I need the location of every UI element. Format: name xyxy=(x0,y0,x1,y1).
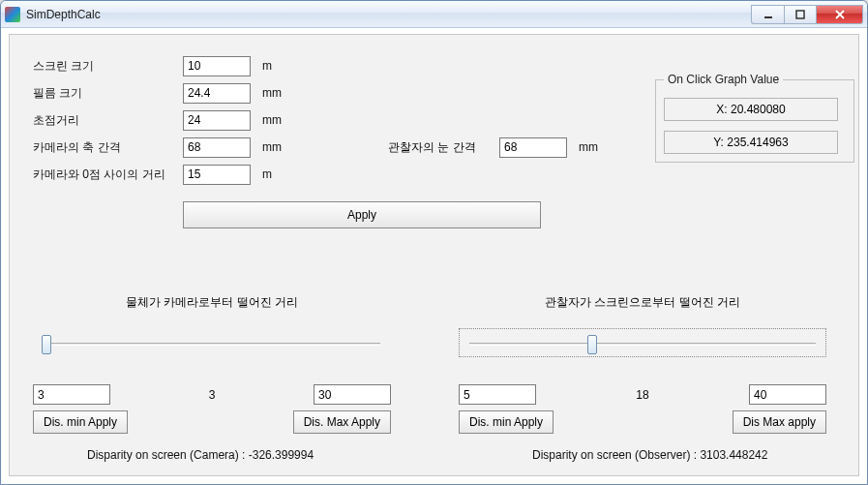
input-observer-max[interactable] xyxy=(749,384,826,405)
unit-mm: mm xyxy=(262,86,282,100)
slider-track-line xyxy=(469,343,816,346)
svg-rect-1 xyxy=(796,11,804,18)
minimize-icon xyxy=(763,10,773,19)
input-camera-max[interactable] xyxy=(314,384,391,405)
unit-m: m xyxy=(262,167,272,181)
titlebar[interactable]: SimDepthCalc xyxy=(1,1,867,28)
input-camera-axis-gap[interactable] xyxy=(183,137,251,158)
slider-thumb[interactable] xyxy=(587,335,597,354)
unit-mm: mm xyxy=(262,140,282,154)
slider-label-observer: 관찰자가 스크린으로부터 떨어진 거리 xyxy=(459,294,826,311)
group-title: On Click Graph Value xyxy=(664,73,783,86)
maximize-icon xyxy=(795,10,805,19)
disparity-observer: Disparity on screen (Observer) : 3103.44… xyxy=(532,448,767,462)
input-camera-min[interactable] xyxy=(33,384,110,405)
close-button[interactable] xyxy=(817,5,863,24)
input-focal-length[interactable] xyxy=(183,110,251,131)
label-film-size: 필름 크기 xyxy=(33,85,183,102)
slider-thumb[interactable] xyxy=(42,335,51,354)
slider-label-camera: 물체가 카메라로부터 떨어진 거리 xyxy=(33,294,391,311)
slider-observer-value: 18 xyxy=(536,388,749,402)
label-observer-eye-gap: 관찰자의 눈 간격 xyxy=(388,139,499,156)
dis-max-apply-camera[interactable]: Dis. Max Apply xyxy=(293,410,391,434)
readout-x: X: 20.480080 xyxy=(664,98,838,121)
apply-button[interactable]: Apply xyxy=(183,201,541,228)
unit-mm: mm xyxy=(262,113,282,127)
svg-rect-0 xyxy=(764,16,772,18)
label-camera-zero-distance: 카메라와 0점 사이의 거리 xyxy=(33,167,183,183)
minimize-button[interactable] xyxy=(751,5,784,24)
window-title: SimDepthCalc xyxy=(26,8,101,21)
unit-m: m xyxy=(262,59,272,73)
slider-camera[interactable] xyxy=(33,328,391,357)
slider-col-observer: 관찰자가 스크린으로부터 떨어진 거리 18 Dis. min Apply Di… xyxy=(459,294,826,434)
slider-observer[interactable] xyxy=(459,328,826,357)
client-area: 스크린 크기 m 필름 크기 mm 초점거리 mm 카메라의 축 간격 mm 관… xyxy=(9,34,859,476)
slider-track-line xyxy=(44,343,380,346)
app-icon xyxy=(5,7,20,22)
input-camera-zero-distance[interactable] xyxy=(183,165,251,185)
input-observer-min[interactable] xyxy=(459,384,536,405)
disparity-camera: Disparity on screen (Camera) : -326.3999… xyxy=(87,448,314,462)
input-screen-size[interactable] xyxy=(183,56,251,76)
input-observer-eye-gap[interactable] xyxy=(499,137,567,158)
dis-min-apply-camera[interactable]: Dis. min Apply xyxy=(33,410,128,434)
dis-max-apply-observer[interactable]: Dis Max apply xyxy=(733,410,826,434)
maximize-button[interactable] xyxy=(784,5,817,24)
dis-min-apply-observer[interactable]: Dis. min Apply xyxy=(459,410,554,434)
label-focal-length: 초점거리 xyxy=(33,112,183,129)
label-screen-size: 스크린 크기 xyxy=(33,58,183,75)
unit-mm: mm xyxy=(579,140,598,154)
group-on-click-graph-value: On Click Graph Value X: 20.480080 Y: 235… xyxy=(655,79,854,163)
slider-col-camera: 물체가 카메라로부터 떨어진 거리 3 Dis. min Apply Dis. … xyxy=(33,294,391,434)
readout-y: Y: 235.414963 xyxy=(664,131,838,154)
close-icon xyxy=(834,10,846,19)
input-film-size[interactable] xyxy=(183,83,251,104)
app-window: SimDepthCalc 스크린 크기 m 필름 크기 mm 초점거리 xyxy=(0,0,868,485)
label-camera-axis-gap: 카메라의 축 간격 xyxy=(33,139,183,156)
sliders-area: 물체가 카메라로부터 떨어진 거리 3 Dis. min Apply Dis. … xyxy=(33,294,835,434)
slider-camera-value: 3 xyxy=(110,388,314,402)
